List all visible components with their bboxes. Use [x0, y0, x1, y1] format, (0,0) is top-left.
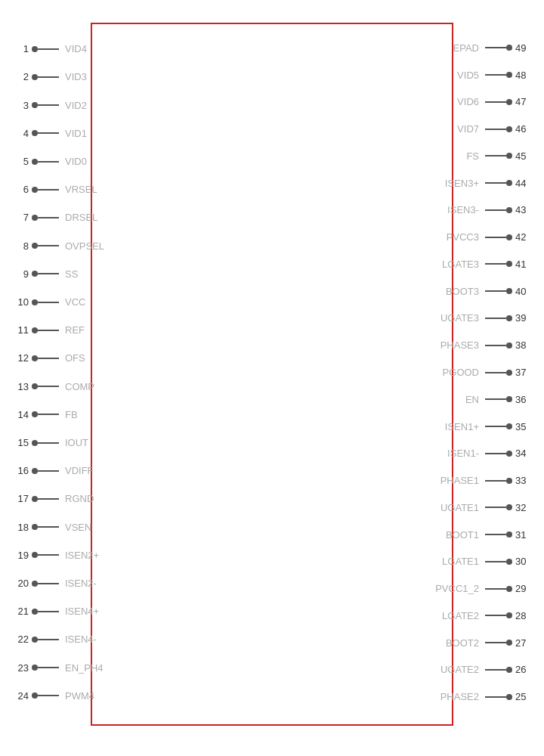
pin-right-31: 31 BOOT1 — [446, 529, 536, 541]
pin-dot — [506, 612, 512, 618]
pin-number: 38 — [515, 339, 536, 351]
pin-dot — [32, 665, 38, 671]
pin-name: VCC — [65, 296, 85, 308]
pin-dot — [506, 423, 512, 429]
pin-line — [485, 155, 506, 156]
pin-name: ISEN1+ — [445, 421, 479, 432]
pin-name: VID0 — [65, 156, 87, 167]
pin-name: EN_PH4 — [65, 662, 104, 674]
pin-dot — [506, 451, 512, 457]
pin-number: 4 — [8, 128, 29, 139]
pin-name: PVCC3 — [447, 231, 479, 243]
pin-number: 19 — [8, 550, 29, 561]
pin-line — [485, 290, 506, 292]
pin-dot — [506, 342, 512, 349]
pin-number: 9 — [8, 268, 29, 280]
pin-right-38: 38 PHASE3 — [440, 339, 536, 351]
pin-number: 21 — [8, 606, 29, 617]
pin-dot — [32, 609, 38, 615]
pin-dot — [32, 468, 38, 474]
pin-name: VID1 — [65, 128, 87, 139]
pin-dot — [32, 440, 38, 446]
pin-number: 35 — [515, 421, 536, 432]
pin-name: LGATE2 — [442, 610, 479, 621]
pin-line — [485, 209, 506, 211]
pin-dot — [32, 552, 38, 558]
pin-dot — [32, 74, 38, 80]
pin-right-36: 36 EN — [465, 394, 536, 405]
pin-line — [485, 129, 506, 130]
pin-line — [485, 345, 506, 346]
pin-name: UGATE1 — [440, 502, 479, 513]
pin-number: 14 — [8, 409, 29, 420]
pin-right-44: 44 ISEN3+ — [445, 178, 536, 189]
pin-right-49: 49 EPAD — [453, 42, 536, 54]
pin-number: 16 — [8, 465, 29, 476]
pin-line — [38, 217, 59, 218]
pin-left-20: 20 ISEN2- — [8, 578, 97, 589]
pin-line — [485, 372, 506, 373]
pin-line — [38, 583, 59, 584]
pin-dot — [32, 46, 38, 52]
pin-number: 37 — [515, 367, 536, 378]
pin-number: 32 — [515, 502, 536, 513]
pin-name: SS — [65, 268, 78, 280]
pins-area: 1 VID4 2 VID3 3 VID2 4 VID1 5 VID0 6 VRS… — [0, 0, 544, 756]
pin-line — [38, 358, 59, 359]
pin-left-1: 1 VID4 — [8, 43, 87, 54]
pin-name: IOUT — [65, 437, 88, 448]
pin-name: VID4 — [65, 43, 87, 54]
pin-line — [38, 611, 59, 612]
pin-dot — [506, 478, 512, 484]
pin-dot — [506, 370, 512, 376]
pin-number: 6 — [8, 184, 29, 195]
pin-number: 46 — [515, 123, 536, 135]
pin-dot — [506, 207, 512, 213]
pin-left-13: 13 COMP — [8, 381, 94, 392]
pin-line — [485, 507, 506, 508]
pin-right-27: 27 BOOT2 — [446, 637, 536, 649]
pin-number: 10 — [8, 296, 29, 308]
pin-dot — [32, 327, 38, 333]
pin-line — [485, 615, 506, 616]
pin-name: OVPSEL — [65, 240, 104, 252]
pin-dot — [32, 271, 38, 277]
pin-number: 20 — [8, 578, 29, 589]
pin-line — [485, 263, 506, 265]
pin-line — [485, 101, 506, 103]
pin-number: 43 — [515, 204, 536, 215]
pin-dot — [506, 99, 512, 105]
pin-line — [38, 245, 59, 246]
pin-line — [485, 561, 506, 562]
pin-line — [485, 453, 506, 454]
pin-line — [485, 74, 506, 76]
pin-number: 31 — [515, 529, 536, 541]
pin-right-33: 33 PHASE1 — [440, 475, 536, 486]
pin-left-17: 17 RGND — [8, 493, 94, 504]
pin-name: UGATE3 — [440, 312, 479, 324]
pin-number: 17 — [8, 493, 29, 504]
pin-right-34: 34 ISEN1- — [447, 448, 536, 459]
pin-name: VID7 — [457, 123, 479, 135]
pin-dot — [32, 411, 38, 417]
pin-line — [38, 104, 59, 106]
pin-dot — [506, 72, 512, 78]
pin-right-32: 32 UGATE1 — [440, 502, 536, 513]
pin-number: 48 — [515, 70, 536, 81]
pin-right-45: 45 FS — [466, 150, 536, 162]
pin-left-6: 6 VRSEL — [8, 184, 97, 195]
pin-name: DRSEL — [65, 212, 97, 223]
pin-name: VID3 — [65, 71, 87, 82]
pin-number: 7 — [8, 212, 29, 223]
pin-number: 24 — [8, 690, 29, 702]
pin-name: FB — [65, 409, 78, 420]
pin-dot — [506, 531, 512, 538]
pin-dot — [506, 180, 512, 186]
pin-dot — [32, 187, 38, 193]
pin-dot — [506, 315, 512, 321]
pin-dot — [506, 694, 512, 700]
pin-number: 27 — [515, 637, 536, 649]
pin-name: VID6 — [457, 96, 479, 107]
pin-number: 41 — [515, 259, 536, 270]
pin-line — [38, 161, 59, 163]
